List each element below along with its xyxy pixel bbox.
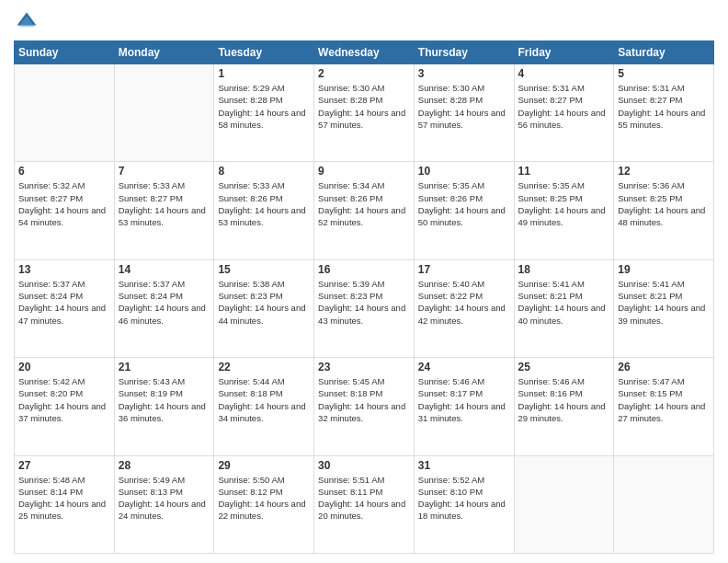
calendar-cell: 3Sunrise: 5:30 AMSunset: 8:28 PMDaylight… <box>414 64 514 162</box>
calendar-cell: 19Sunrise: 5:41 AMSunset: 8:21 PMDayligh… <box>614 259 714 357</box>
calendar-cell: 15Sunrise: 5:38 AMSunset: 8:23 PMDayligh… <box>214 259 314 357</box>
calendar-cell: 5Sunrise: 5:31 AMSunset: 8:27 PMDaylight… <box>614 64 714 162</box>
day-number: 29 <box>218 459 310 472</box>
day-number: 28 <box>119 459 210 472</box>
day-number: 7 <box>119 165 210 178</box>
calendar-cell: 27Sunrise: 5:48 AMSunset: 8:14 PMDayligh… <box>15 455 115 553</box>
calendar-week-row: 1Sunrise: 5:29 AMSunset: 8:28 PMDaylight… <box>15 64 714 162</box>
day-info: Sunrise: 5:38 AMSunset: 8:23 PMDaylight:… <box>218 278 310 327</box>
calendar-week-row: 13Sunrise: 5:37 AMSunset: 8:24 PMDayligh… <box>15 259 714 357</box>
day-info: Sunrise: 5:46 AMSunset: 8:16 PMDaylight:… <box>518 375 610 424</box>
day-header-sunday: Sunday <box>15 41 115 64</box>
calendar-cell: 8Sunrise: 5:33 AMSunset: 8:26 PMDaylight… <box>214 162 314 259</box>
day-info: Sunrise: 5:46 AMSunset: 8:17 PMDaylight:… <box>418 375 510 424</box>
calendar-table: SundayMondayTuesdayWednesdayThursdayFrid… <box>14 40 714 554</box>
calendar-cell: 9Sunrise: 5:34 AMSunset: 8:26 PMDaylight… <box>314 162 415 259</box>
day-info: Sunrise: 5:44 AMSunset: 8:18 PMDaylight:… <box>218 375 310 424</box>
calendar-cell: 31Sunrise: 5:52 AMSunset: 8:10 PMDayligh… <box>414 455 514 553</box>
day-info: Sunrise: 5:48 AMSunset: 8:14 PMDaylight:… <box>18 474 110 523</box>
day-info: Sunrise: 5:31 AMSunset: 8:27 PMDaylight:… <box>618 82 710 131</box>
calendar-cell: 1Sunrise: 5:29 AMSunset: 8:28 PMDaylight… <box>214 64 314 162</box>
calendar-week-row: 20Sunrise: 5:42 AMSunset: 8:20 PMDayligh… <box>15 358 714 455</box>
day-header-saturday: Saturday <box>614 41 714 64</box>
day-info: Sunrise: 5:49 AMSunset: 8:13 PMDaylight:… <box>119 474 210 523</box>
calendar-cell: 21Sunrise: 5:43 AMSunset: 8:19 PMDayligh… <box>114 358 214 455</box>
day-number: 13 <box>18 263 110 276</box>
day-number: 16 <box>318 263 410 276</box>
day-info: Sunrise: 5:30 AMSunset: 8:28 PMDaylight:… <box>318 82 410 131</box>
day-info: Sunrise: 5:40 AMSunset: 8:22 PMDaylight:… <box>418 278 510 327</box>
day-number: 3 <box>418 67 510 80</box>
day-number: 9 <box>318 165 410 178</box>
calendar-cell: 28Sunrise: 5:49 AMSunset: 8:13 PMDayligh… <box>114 455 214 553</box>
day-info: Sunrise: 5:50 AMSunset: 8:12 PMDaylight:… <box>218 474 310 523</box>
day-number: 4 <box>518 67 610 80</box>
calendar-cell: 7Sunrise: 5:33 AMSunset: 8:27 PMDaylight… <box>114 162 214 259</box>
calendar-cell <box>514 455 614 553</box>
calendar-header-row: SundayMondayTuesdayWednesdayThursdayFrid… <box>15 41 714 64</box>
day-number: 14 <box>119 263 210 276</box>
calendar-cell: 25Sunrise: 5:46 AMSunset: 8:16 PMDayligh… <box>514 358 614 455</box>
day-header-thursday: Thursday <box>414 41 514 64</box>
day-header-wednesday: Wednesday <box>314 41 415 64</box>
day-info: Sunrise: 5:51 AMSunset: 8:11 PMDaylight:… <box>318 474 410 523</box>
day-number: 24 <box>418 361 510 373</box>
calendar-cell: 18Sunrise: 5:41 AMSunset: 8:21 PMDayligh… <box>514 259 614 357</box>
day-number: 12 <box>618 165 710 178</box>
day-info: Sunrise: 5:52 AMSunset: 8:10 PMDaylight:… <box>418 474 510 523</box>
day-header-tuesday: Tuesday <box>214 41 314 64</box>
day-number: 2 <box>318 67 410 80</box>
day-info: Sunrise: 5:42 AMSunset: 8:20 PMDaylight:… <box>18 375 110 424</box>
logo-icon <box>14 9 40 35</box>
day-number: 19 <box>618 263 710 276</box>
calendar-week-row: 6Sunrise: 5:32 AMSunset: 8:27 PMDaylight… <box>15 162 714 259</box>
day-info: Sunrise: 5:33 AMSunset: 8:26 PMDaylight:… <box>218 179 310 228</box>
day-info: Sunrise: 5:33 AMSunset: 8:27 PMDaylight:… <box>119 179 210 228</box>
day-number: 6 <box>18 165 110 178</box>
day-number: 10 <box>418 165 510 178</box>
day-header-monday: Monday <box>114 41 214 64</box>
day-number: 8 <box>218 165 310 178</box>
calendar-cell: 17Sunrise: 5:40 AMSunset: 8:22 PMDayligh… <box>414 259 514 357</box>
calendar-cell: 13Sunrise: 5:37 AMSunset: 8:24 PMDayligh… <box>15 259 115 357</box>
calendar-cell: 4Sunrise: 5:31 AMSunset: 8:27 PMDaylight… <box>514 64 614 162</box>
calendar-cell: 22Sunrise: 5:44 AMSunset: 8:18 PMDayligh… <box>214 358 314 455</box>
calendar-cell <box>15 64 115 162</box>
day-info: Sunrise: 5:35 AMSunset: 8:26 PMDaylight:… <box>418 179 510 228</box>
calendar-cell: 6Sunrise: 5:32 AMSunset: 8:27 PMDaylight… <box>15 162 115 259</box>
day-info: Sunrise: 5:34 AMSunset: 8:26 PMDaylight:… <box>318 179 410 228</box>
day-info: Sunrise: 5:47 AMSunset: 8:15 PMDaylight:… <box>618 375 710 424</box>
day-number: 5 <box>618 67 710 80</box>
calendar-cell: 20Sunrise: 5:42 AMSunset: 8:20 PMDayligh… <box>15 358 115 455</box>
day-number: 25 <box>518 361 610 373</box>
day-number: 18 <box>518 263 610 276</box>
page: SundayMondayTuesdayWednesdayThursdayFrid… <box>0 0 728 563</box>
calendar-cell: 23Sunrise: 5:45 AMSunset: 8:18 PMDayligh… <box>314 358 415 455</box>
day-info: Sunrise: 5:35 AMSunset: 8:25 PMDaylight:… <box>518 179 610 228</box>
day-info: Sunrise: 5:29 AMSunset: 8:28 PMDaylight:… <box>218 82 310 131</box>
calendar-cell: 2Sunrise: 5:30 AMSunset: 8:28 PMDaylight… <box>314 64 415 162</box>
day-info: Sunrise: 5:41 AMSunset: 8:21 PMDaylight:… <box>618 278 710 327</box>
day-number: 26 <box>618 361 710 373</box>
day-info: Sunrise: 5:37 AMSunset: 8:24 PMDaylight:… <box>119 278 210 327</box>
calendar-cell <box>614 455 714 553</box>
calendar-cell: 24Sunrise: 5:46 AMSunset: 8:17 PMDayligh… <box>414 358 514 455</box>
calendar-cell: 14Sunrise: 5:37 AMSunset: 8:24 PMDayligh… <box>114 259 214 357</box>
calendar-cell: 12Sunrise: 5:36 AMSunset: 8:25 PMDayligh… <box>614 162 714 259</box>
day-number: 20 <box>18 361 110 373</box>
day-number: 17 <box>418 263 510 276</box>
header <box>14 9 714 35</box>
calendar-cell: 30Sunrise: 5:51 AMSunset: 8:11 PMDayligh… <box>314 455 415 553</box>
day-info: Sunrise: 5:43 AMSunset: 8:19 PMDaylight:… <box>119 375 210 424</box>
day-number: 23 <box>318 361 410 373</box>
calendar-week-row: 27Sunrise: 5:48 AMSunset: 8:14 PMDayligh… <box>15 455 714 553</box>
calendar-cell: 11Sunrise: 5:35 AMSunset: 8:25 PMDayligh… <box>514 162 614 259</box>
day-info: Sunrise: 5:37 AMSunset: 8:24 PMDaylight:… <box>18 278 110 327</box>
day-number: 27 <box>18 459 110 472</box>
calendar-cell <box>114 64 214 162</box>
day-info: Sunrise: 5:36 AMSunset: 8:25 PMDaylight:… <box>618 179 710 228</box>
calendar-cell: 26Sunrise: 5:47 AMSunset: 8:15 PMDayligh… <box>614 358 714 455</box>
day-info: Sunrise: 5:30 AMSunset: 8:28 PMDaylight:… <box>418 82 510 131</box>
day-info: Sunrise: 5:39 AMSunset: 8:23 PMDaylight:… <box>318 278 410 327</box>
calendar-cell: 10Sunrise: 5:35 AMSunset: 8:26 PMDayligh… <box>414 162 514 259</box>
